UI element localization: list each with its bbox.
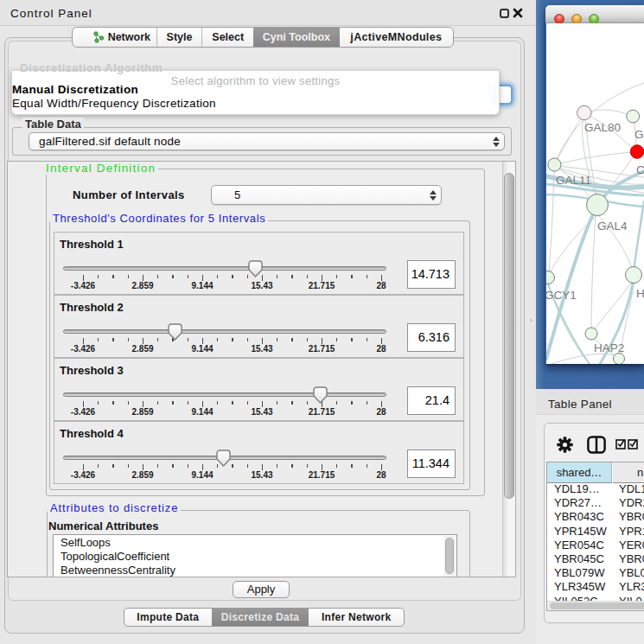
svg-text:C: C xyxy=(636,163,644,176)
svg-text:GAL80: GAL80 xyxy=(584,121,621,134)
svg-text:GAL4: GAL4 xyxy=(597,220,628,233)
svg-text:GAL: GAL xyxy=(634,128,644,141)
svg-text:HAP2: HAP2 xyxy=(594,341,624,354)
svg-text:H: H xyxy=(636,287,644,300)
svg-text:GCY1: GCY1 xyxy=(546,289,577,302)
svg-text:GAL11: GAL11 xyxy=(556,174,591,187)
